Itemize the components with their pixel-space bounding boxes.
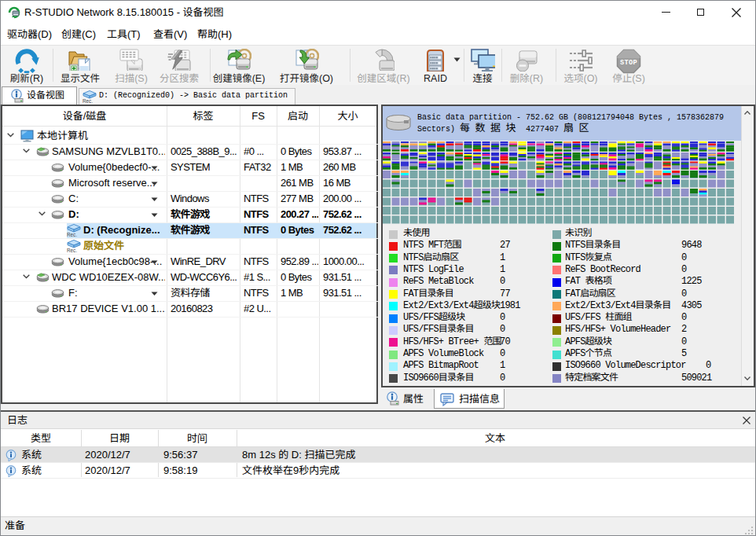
svg-text:STOP: STOP xyxy=(620,59,637,67)
svg-text:Rec.: Rec. xyxy=(67,248,77,253)
svg-text:Rec.: Rec. xyxy=(67,232,77,237)
svg-text:Rec.: Rec. xyxy=(83,98,93,104)
